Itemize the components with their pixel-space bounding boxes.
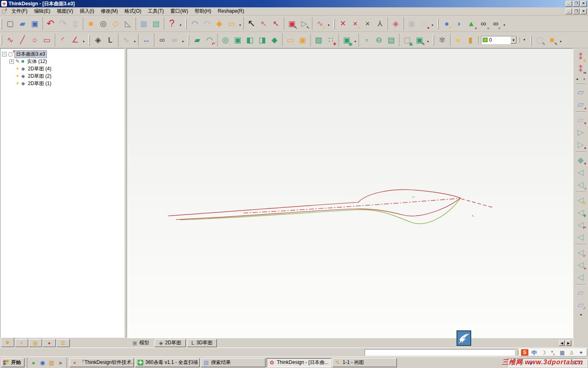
tab-2d-sketch[interactable]: ◈2D草图 <box>154 339 185 347</box>
context-help-button-dropdown[interactable]: ▾ <box>180 24 181 27</box>
undo-button[interactable]: ↶ <box>45 17 57 30</box>
quicklaunch-movie-maker-icon[interactable]: ▥ <box>47 359 56 367</box>
triangle-surface-4-button[interactable]: ◁ <box>575 271 587 283</box>
shaded-view-button[interactable]: ■ <box>85 17 97 30</box>
add-surface-yellow-button[interactable]: ◁✚ <box>575 194 587 206</box>
task-360-antivirus[interactable]: ✚360杀毒 v1.1 - 全盘扫描 <box>135 358 200 367</box>
panel-tab-render[interactable]: ● <box>42 339 56 347</box>
zoom-button[interactable]: ◎ <box>97 17 109 30</box>
delete-surface-button[interactable]: ▱× <box>575 114 587 126</box>
combine-solids-button[interactable]: ▣▣▾ <box>341 34 353 47</box>
boolean-union-button[interactable]: ▣ <box>232 34 244 47</box>
surface-analysis-button[interactable]: ◗ <box>453 17 465 30</box>
tray-icon-3[interactable]: ◆ <box>527 359 534 366</box>
select-edge-button[interactable]: ↖ <box>270 17 282 30</box>
lower-profile-curve[interactable] <box>176 198 460 220</box>
rt-scroll-left-button[interactable]: ◂ <box>574 76 580 82</box>
edit-component-button-dropdown[interactable]: ▾ <box>427 40 429 43</box>
save-button[interactable]: ▣ <box>29 17 41 30</box>
tray-icon-4[interactable]: ● <box>535 359 542 366</box>
layer-combobox-dropdown[interactable]: ▾ <box>510 36 517 44</box>
drawing-canvas[interactable] <box>127 48 573 338</box>
replace-face-button-dropdown[interactable]: ▾ <box>432 24 433 27</box>
quicklaunch-messenger-icon[interactable]: ● <box>29 359 38 367</box>
restore-button[interactable]: ❐ <box>573 1 579 7</box>
reference-copy-button[interactable]: ▯ <box>69 17 81 30</box>
revolve-axis-button[interactable]: ⊖ <box>373 34 385 47</box>
flat-surface-check-button[interactable]: ▱✓ <box>575 298 587 311</box>
report-button[interactable]: ▤ <box>150 17 162 30</box>
triangle-surface-3-button[interactable]: ◁ <box>575 231 587 243</box>
verify-surface-button[interactable]: ◁▸ <box>575 258 587 271</box>
curve-tools-button-dropdown[interactable]: ▾ <box>134 40 136 43</box>
copy-face-button[interactable]: ▣ <box>405 17 418 30</box>
surface-fold-button[interactable]: ◆ <box>213 17 225 30</box>
open-box-button[interactable]: ▭ <box>284 34 296 47</box>
open-surface-alt-button[interactable]: ▱▴ <box>575 98 587 110</box>
profile-hidden-button-dropdown[interactable]: ▾ <box>182 40 184 43</box>
open-file-button[interactable]: ▰ <box>16 17 29 30</box>
check-surface-button[interactable]: ◁✓ <box>575 246 587 258</box>
model-tree-panel[interactable]: −▢3日本曲面3.e3+✎■实体 (12)✶◈2D草图 (4)✶◈2D草图 (2… <box>0 48 125 338</box>
context-help-button[interactable]: ?▾ <box>166 17 178 30</box>
tree-item-solids[interactable]: +✎■实体 (12) <box>0 58 124 65</box>
triangle-surface-2-button[interactable]: ◁▵ <box>575 178 587 191</box>
task-thinkdesign-forum[interactable]: ●『ThinkDesign软件技术... <box>69 358 134 367</box>
wand-preview-button[interactable]: ▢✎ <box>534 34 546 47</box>
history-glasses-button[interactable]: ⁑∞ <box>575 63 587 75</box>
history-points-button[interactable]: ⁑◆ <box>575 51 587 63</box>
line-button[interactable]: ╱ <box>16 34 29 47</box>
sogou-pinyin-icon[interactable]: S <box>521 349 528 356</box>
task-thinkdesign[interactable]: ✿ThinkDesign - [日本曲... <box>267 358 331 367</box>
menu-window[interactable]: 窗口(W) <box>167 7 191 15</box>
dome-feature-button[interactable]: ◆ <box>268 34 281 47</box>
select-lasso-button[interactable]: ▷↖ <box>298 17 310 30</box>
select-button[interactable]: ↖ <box>245 17 258 30</box>
insert-curve-button[interactable]: ∿✶▾ <box>314 17 326 30</box>
table-button[interactable]: ▦ <box>138 17 150 30</box>
pattern-feature-button[interactable]: ∷✚ <box>325 34 337 47</box>
layer-toolbar-overflow[interactable]: ▾ <box>521 37 527 43</box>
toolbar-grip[interactable] <box>437 18 439 29</box>
centerline-dash-dot[interactable] <box>243 198 460 213</box>
rebuild-surface-button[interactable]: ◁↶ <box>575 218 587 231</box>
new-document-button[interactable]: ▢ <box>4 17 16 30</box>
menu-format[interactable]: 格式(O) <box>121 7 145 15</box>
select-flag-button[interactable]: ▣↖ <box>286 17 298 30</box>
layer-lock-toggle[interactable]: ▮ <box>464 34 477 47</box>
combine-solids-button-dropdown[interactable]: ▾ <box>354 40 356 43</box>
select-profile-button[interactable]: ↖ <box>258 17 270 30</box>
chamfer-button[interactable]: ∠▾ <box>69 34 81 47</box>
tab-model[interactable]: ▣模型 <box>128 339 153 348</box>
sketch-3d-button[interactable]: L <box>104 34 116 47</box>
wand-apply-button-dropdown[interactable]: ▾ <box>560 40 561 43</box>
orient-view-button[interactable]: ◇ <box>109 17 122 30</box>
toolbar-grip[interactable] <box>89 35 90 45</box>
ime-softkeyboard-icon[interactable]: ▦ <box>559 349 566 356</box>
zebra-analysis-button[interactable]: ▲▴ <box>465 17 477 30</box>
menu-edit[interactable]: 编辑(E) <box>31 7 53 15</box>
ime-skin-icon[interactable]: ♙ <box>568 349 575 356</box>
trim-button[interactable]: × <box>361 17 374 30</box>
tree-item-2d-sketch-4[interactable]: ✶◈2D草图 (4) <box>0 65 124 72</box>
triangle-surface-button[interactable]: ◁ <box>575 166 587 178</box>
flat-surface-button[interactable]: ▱ <box>575 286 587 298</box>
fold-surface-button[interactable]: ▷ <box>575 126 587 138</box>
insert-surface-button[interactable]: ◠ <box>189 17 201 30</box>
task-paint[interactable]: ✎1-1 - 画图 <box>332 358 397 367</box>
tree-item-2d-sketch-2[interactable]: ✶◈2D草图 (2) <box>0 72 124 80</box>
start-button[interactable]: 开始 <box>1 358 24 367</box>
menu-tools[interactable]: 工具(T) <box>145 7 167 15</box>
linear-solid-button[interactable]: ▰ <box>191 34 203 47</box>
replace-face-button[interactable]: ▣●▾ <box>418 17 430 30</box>
tab-3d-sketch[interactable]: L3D草图 <box>187 339 217 347</box>
fillet-button[interactable]: ◜ <box>57 34 69 47</box>
upper-profile-curve[interactable] <box>168 190 461 216</box>
minimize-button[interactable]: _ <box>566 1 572 7</box>
wand-apply-button[interactable]: ■✎▾ <box>546 34 558 47</box>
circle-button[interactable]: ○ <box>29 34 41 47</box>
split-button[interactable]: Y <box>374 17 386 30</box>
delete-special-button[interactable]: ×✶ <box>349 17 361 30</box>
rectangle-button[interactable]: ▭ <box>41 34 53 47</box>
patch-surface-button[interactable]: ◆● <box>575 154 587 166</box>
